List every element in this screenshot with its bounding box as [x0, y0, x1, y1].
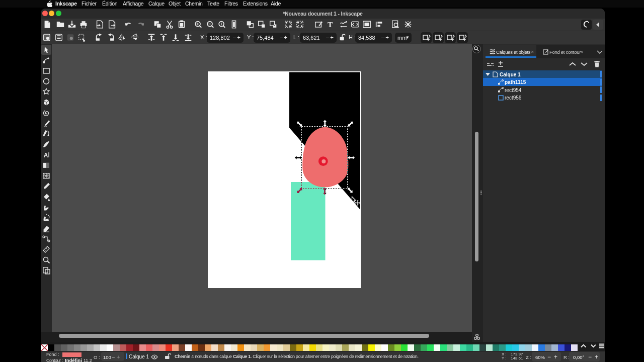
svg-text:A: A: [44, 152, 48, 159]
svg-text:T: T: [328, 20, 333, 29]
